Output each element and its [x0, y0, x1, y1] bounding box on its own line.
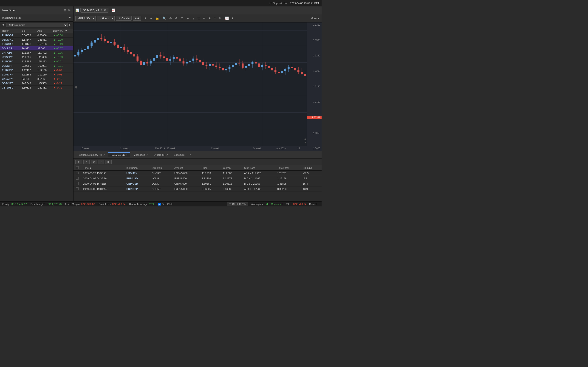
tab-messages-ext[interactable]: ↗: [146, 153, 148, 156]
instrument-row[interactable]: CAD/JPY 83.435 83.447 ▼ -0.16: [0, 77, 73, 81]
one-click-item[interactable]: One Click: [158, 203, 173, 206]
col-instrument[interactable]: Instrument: [124, 165, 149, 171]
detach-btn[interactable]: Detach...: [309, 203, 319, 206]
support-chat[interactable]: Support chat: [269, 2, 287, 5]
tab-positions-ext[interactable]: ↗: [126, 154, 128, 156]
tab-messages[interactable]: Messages ↗: [131, 152, 150, 157]
text-icon[interactable]: A: [208, 16, 212, 20]
instrument-row[interactable]: DOLLAR... 96.973 97.003 ▲ +0.07: [0, 46, 73, 51]
close-selected-btn[interactable]: ✕: [83, 160, 90, 164]
forward-icon[interactable]: →: [148, 16, 153, 20]
chart-tab-external[interactable]: ↗: [100, 9, 103, 12]
piechart-btn[interactable]: ◑: [105, 160, 112, 164]
chart-icon2[interactable]: 📈: [224, 16, 230, 20]
instrument-row[interactable]: GBP/USD 1.30315 1.30331 ▼ -0.32: [0, 85, 73, 90]
ticker-cell: GBP/JPY: [0, 81, 20, 85]
instrument-row[interactable]: USD/JPY 111.685 111.688 ▲ +0.03: [0, 55, 73, 59]
refresh-icon[interactable]: ↺: [143, 16, 147, 20]
pos-checkbox[interactable]: [73, 176, 81, 181]
tab-exposure-ext[interactable]: ↗: [186, 153, 187, 156]
zoom-fit-icon[interactable]: ⊙: [180, 16, 184, 20]
col-pl-pips[interactable]: P/L pips: [300, 165, 321, 171]
pos-instrument: USD/JPY: [124, 171, 149, 176]
col-price[interactable]: Price: [199, 165, 221, 171]
instrument-row[interactable]: USD/CAD 1.33847 1.33861 ▲ +0.20: [0, 38, 73, 42]
instrument-row[interactable]: EUR/USD 1.12177 1.12180 ▼ -0.02: [0, 68, 73, 73]
position-row[interactable]: 2019-04-05 16:41:15 GBP/USD LONG GBP 5,0…: [73, 181, 321, 186]
position-row[interactable]: 2019-03-29 15:33:41 USD/JPY SHORT USD -5…: [73, 171, 321, 176]
layers-icon[interactable]: ≡: [213, 16, 217, 20]
new-order-icon[interactable]: ⊞: [64, 8, 66, 12]
modify-btn[interactable]: ↑: [99, 160, 104, 164]
lock-icon[interactable]: 🔒: [155, 16, 160, 20]
instrument-row[interactable]: EUR/CHF 1.12164 1.12180 ▼ -0.03: [0, 73, 73, 77]
chart-type-btn[interactable]: 🕯 Candle: [116, 16, 132, 21]
chart-nav-left[interactable]: ◀: [73, 84, 77, 90]
instruments-header-row: Ticker Bid Ask Daily ch... ▼: [0, 28, 73, 33]
eye2-icon[interactable]: 👁: [218, 16, 223, 20]
svg-rect-124: [275, 70, 277, 72]
one-click-checkbox[interactable]: [158, 203, 161, 206]
filter-btn[interactable]: ▼: [75, 160, 82, 164]
price-type-btn[interactable]: Ask: [133, 16, 141, 21]
ticker-cell: CAD/JPY: [0, 77, 20, 81]
symbol-select[interactable]: GBP/USD: [75, 16, 95, 21]
chart-tab-gbpusd[interactable]: GBP/USD, H4 ↗ ✕: [80, 8, 108, 13]
col-amount[interactable]: Amount: [172, 165, 199, 171]
expand-h-icon[interactable]: ↔: [186, 16, 190, 20]
tab-pos-summary-ext[interactable]: ↗: [103, 153, 105, 156]
change-cell: ▲ +0.34: [51, 33, 73, 38]
col-direction[interactable]: Direction: [149, 165, 172, 171]
pos-direction: LONG: [149, 176, 172, 181]
col-stop-loss[interactable]: Stop Loss: [242, 165, 275, 171]
chart-scroll[interactable]: ▲ ▼: [304, 137, 307, 144]
ticker-cell: GBP/USD: [0, 85, 20, 90]
zoom-out-full-icon[interactable]: 🔍: [162, 16, 167, 20]
svg-rect-122: [271, 68, 273, 70]
col-current[interactable]: Current: [221, 165, 242, 171]
tab-positions[interactable]: Positions (4) ↗: [108, 152, 130, 157]
pen-icon[interactable]: ✏: [202, 16, 207, 20]
position-row[interactable]: 2019-04-05 19:01:44 EUR/GBP SHORT EUR -5…: [73, 186, 321, 192]
expand-v-icon[interactable]: ↕: [192, 16, 195, 20]
tab-exposure-close[interactable]: ✕: [189, 153, 191, 156]
position-row[interactable]: 2019-04-03 04:36:16 EUR/USD LONG EUR 5,0…: [73, 176, 321, 181]
scroll-up-icon[interactable]: ▲: [304, 137, 307, 140]
tab-orders[interactable]: Orders (8) ↗: [151, 152, 171, 157]
instrument-row[interactable]: CHF/JPY 111.687 111.702 ▲ +0.06: [0, 51, 73, 55]
col-take-profit[interactable]: Take Profit: [275, 165, 300, 171]
zoom-plus-icon[interactable]: ⊕: [174, 16, 179, 20]
instrument-row[interactable]: EUR/JPY 125.286 125.293 ▲ +0.01: [0, 59, 73, 64]
pos-checkbox[interactable]: [73, 186, 81, 192]
pos-checkbox[interactable]: [73, 181, 81, 186]
fx-icon[interactable]: fx: [197, 16, 201, 20]
eye-icon[interactable]: 👁: [68, 8, 71, 12]
add-instrument-icon[interactable]: ⊕: [69, 23, 71, 27]
change-val: +0.03: [56, 56, 63, 58]
more-btn[interactable]: More ▼: [311, 17, 320, 20]
instruments-eye-icon[interactable]: 👁: [68, 16, 71, 19]
change-val: -0.16: [56, 77, 62, 80]
instrument-row[interactable]: EUR/GBP 0.86072 0.86086 ▲ +0.34: [0, 33, 73, 38]
svg-rect-72: [189, 60, 191, 62]
filter-icon[interactable]: ▼: [2, 23, 5, 27]
period-select[interactable]: 4 Hours: [97, 16, 115, 21]
reverse-btn[interactable]: ⇄: [91, 160, 97, 164]
instrument-row[interactable]: EUR/CAD 1.50141 1.50163 ▲ +0.19: [0, 42, 73, 46]
workspace-btn[interactable]: Workspace: [251, 203, 264, 206]
add-chart-icon[interactable]: 📈: [111, 8, 115, 12]
col-time[interactable]: Time ▲: [81, 165, 124, 171]
tab-position-summary[interactable]: Position Summary (4) ↗: [75, 152, 107, 157]
instrument-row[interactable]: USD/CHF 0.99985 1.00001 ▲ +0.01: [0, 64, 73, 68]
tab-orders-ext[interactable]: ↗: [166, 153, 168, 156]
zoom-minus-icon[interactable]: ⊖: [168, 16, 173, 20]
change-arrow: ▲: [53, 51, 56, 54]
pos-checkbox[interactable]: [73, 171, 81, 176]
chart-tab-close[interactable]: ✕: [104, 9, 106, 12]
info-icon[interactable]: ℹ: [231, 16, 234, 20]
svg-rect-106: [245, 66, 247, 68]
tab-exposure[interactable]: Exposure ↗ ✕: [171, 152, 194, 157]
instrument-filter[interactable]: All Instruments: [6, 23, 68, 27]
instrument-row[interactable]: GBP/JPY 145.543 145.563 ▼ -0.27: [0, 81, 73, 85]
scroll-down-icon[interactable]: ▼: [304, 141, 307, 144]
